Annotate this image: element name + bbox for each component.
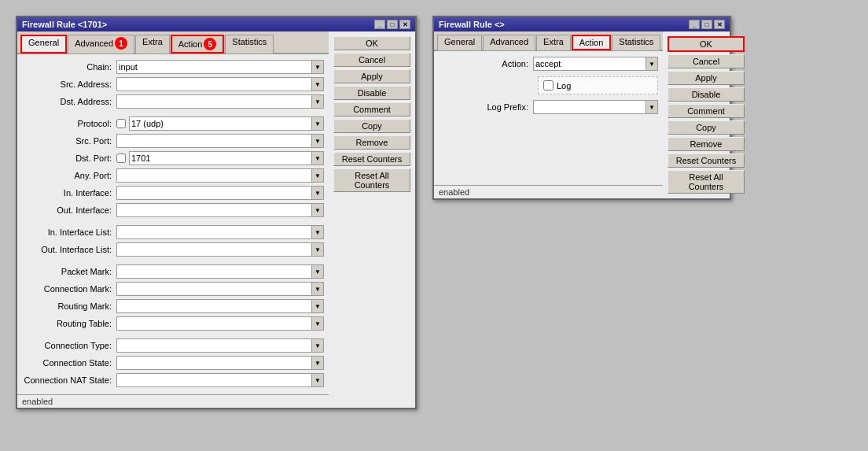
disable-button-1[interactable]: Disable xyxy=(333,86,410,100)
any-port-input[interactable] xyxy=(116,168,311,183)
minimize-btn-2[interactable]: _ xyxy=(689,20,700,29)
maximize-btn-2[interactable]: □ xyxy=(701,20,712,29)
remove-button-1[interactable]: Remove xyxy=(333,135,410,150)
apply-button-1[interactable]: Apply xyxy=(333,69,410,83)
src-address-dropdown-arrow[interactable]: ▼ xyxy=(311,77,324,91)
src-address-input-group: ▼ xyxy=(116,77,324,91)
protocol-input[interactable] xyxy=(129,116,311,131)
chain-dropdown-arrow[interactable]: ▼ xyxy=(311,60,324,74)
routing-table-input-group: ▼ xyxy=(116,316,324,331)
connection-type-dropdown-arrow[interactable]: ▼ xyxy=(311,338,324,353)
chain-input[interactable] xyxy=(116,60,311,74)
connection-nat-state-input-group: ▼ xyxy=(116,373,324,387)
routing-mark-dropdown-arrow[interactable]: ▼ xyxy=(311,299,324,313)
reset-all-counters-button-2[interactable]: Reset All Counters xyxy=(668,170,745,194)
log-prefix-input[interactable] xyxy=(533,100,645,114)
tab-advanced-1[interactable]: Advanced 1 xyxy=(68,35,134,54)
connection-mark-input[interactable] xyxy=(116,282,311,296)
ok-button-2[interactable]: OK xyxy=(668,36,745,52)
dst-port-dropdown-arrow[interactable]: ▼ xyxy=(311,151,324,165)
tab-extra-1[interactable]: Extra xyxy=(135,35,170,54)
copy-button-2[interactable]: Copy xyxy=(668,120,745,135)
cancel-button-1[interactable]: Cancel xyxy=(333,53,410,67)
window-content-2: General Advanced Extra Action Statistics xyxy=(434,31,730,198)
remove-button-2[interactable]: Remove xyxy=(668,137,745,151)
tab-statistics-1[interactable]: Statistics xyxy=(225,35,274,54)
connection-state-input-group: ▼ xyxy=(116,356,324,370)
disable-button-2[interactable]: Disable xyxy=(668,87,745,102)
tab-statistics-1-label: Statistics xyxy=(232,37,267,46)
connection-type-input[interactable] xyxy=(116,338,311,353)
maximize-btn-1[interactable]: □ xyxy=(387,20,398,29)
ok-button-1[interactable]: OK xyxy=(333,36,410,50)
in-interface-list-dropdown-arrow[interactable]: ▼ xyxy=(311,225,324,239)
tab-statistics-2-label: Statistics xyxy=(619,37,653,46)
out-interface-list-dropdown-arrow[interactable]: ▼ xyxy=(311,242,324,257)
minimize-btn-1[interactable]: _ xyxy=(374,20,385,29)
tabs-and-form-1: General Advanced 1 Extra Action 5 xyxy=(17,31,329,408)
tab-extra-2[interactable]: Extra xyxy=(536,35,571,50)
tab-statistics-2[interactable]: Statistics xyxy=(612,35,660,50)
connection-mark-dropdown-arrow[interactable]: ▼ xyxy=(311,282,324,296)
in-interface-dropdown-arrow[interactable]: ▼ xyxy=(311,186,324,200)
copy-button-1[interactable]: Copy xyxy=(333,119,410,133)
log-checkbox[interactable] xyxy=(543,80,554,91)
any-port-input-group: ▼ xyxy=(116,168,324,183)
packet-mark-dropdown-arrow[interactable]: ▼ xyxy=(311,264,324,279)
tab-bar-1: General Advanced 1 Extra Action 5 xyxy=(17,31,329,54)
in-interface-input[interactable] xyxy=(116,186,311,200)
log-prefix-dropdown-arrow[interactable]: ▼ xyxy=(645,100,658,114)
comment-button-1[interactable]: Comment xyxy=(333,102,410,116)
close-btn-2[interactable]: ✕ xyxy=(714,20,725,29)
connection-state-input[interactable] xyxy=(116,356,311,370)
dst-address-dropdown-arrow[interactable]: ▼ xyxy=(311,94,324,109)
routing-table-dropdown-arrow[interactable]: ▼ xyxy=(311,316,324,331)
cancel-button-2[interactable]: Cancel xyxy=(668,54,745,68)
tab-action-1[interactable]: Action 5 xyxy=(171,35,225,54)
dst-port-checkbox[interactable] xyxy=(116,153,126,163)
dst-address-input[interactable] xyxy=(116,94,311,109)
any-port-dropdown-arrow[interactable]: ▼ xyxy=(311,168,324,183)
action-dropdown-arrow[interactable]: ▼ xyxy=(645,57,658,71)
connection-state-label: Connection State: xyxy=(22,358,116,368)
protocol-row: Protocol: ▼ xyxy=(22,116,324,131)
routing-table-input[interactable] xyxy=(116,316,311,331)
protocol-dropdown-arrow[interactable]: ▼ xyxy=(311,116,324,131)
tab-advanced-1-label: Advanced xyxy=(75,39,113,48)
tab-extra-1-label: Extra xyxy=(142,37,163,46)
routing-mark-input[interactable] xyxy=(116,299,311,313)
src-address-input[interactable] xyxy=(116,77,311,91)
connection-nat-state-row: Connection NAT State: ▼ xyxy=(22,372,324,388)
tab-action-2[interactable]: Action xyxy=(572,35,612,50)
src-port-dropdown-arrow[interactable]: ▼ xyxy=(311,134,324,148)
out-interface-dropdown-arrow[interactable]: ▼ xyxy=(311,203,324,217)
reset-all-counters-button-1[interactable]: Reset All Counters xyxy=(333,168,410,192)
connection-state-dropdown-arrow[interactable]: ▼ xyxy=(311,356,324,370)
tab-general-2[interactable]: General xyxy=(437,35,482,50)
any-port-row: Any. Port: ▼ xyxy=(22,168,324,183)
reset-counters-button-1[interactable]: Reset Counters xyxy=(333,152,410,166)
out-interface-list-input[interactable] xyxy=(116,242,311,257)
tab-general-1[interactable]: General xyxy=(20,35,67,54)
out-interface-input[interactable] xyxy=(116,203,311,217)
connection-nat-state-dropdown-arrow[interactable]: ▼ xyxy=(311,373,324,387)
packet-mark-input[interactable] xyxy=(116,264,311,279)
src-address-label: Src. Address: xyxy=(22,79,116,89)
comment-button-2[interactable]: Comment xyxy=(668,104,745,118)
apply-button-2[interactable]: Apply xyxy=(668,71,745,85)
action-input[interactable] xyxy=(533,57,645,71)
connection-nat-state-input[interactable] xyxy=(116,373,311,387)
in-interface-list-input[interactable] xyxy=(116,225,311,239)
sidebar-buttons-1: OK Cancel Apply Disable Comment Copy Rem… xyxy=(329,31,415,408)
tab-advanced-2[interactable]: Advanced xyxy=(483,35,535,50)
chain-input-group: ▼ xyxy=(116,60,324,74)
src-port-input[interactable] xyxy=(116,134,311,148)
tab-extra-2-label: Extra xyxy=(543,37,564,46)
dst-port-input[interactable] xyxy=(129,151,311,165)
tabs-and-form-2: General Advanced Extra Action Statistics xyxy=(434,31,663,198)
reset-counters-button-2[interactable]: Reset Counters xyxy=(668,153,745,168)
dst-address-input-group: ▼ xyxy=(116,94,324,109)
src-port-label: Src. Port: xyxy=(22,136,116,146)
protocol-checkbox[interactable] xyxy=(116,119,126,128)
close-btn-1[interactable]: ✕ xyxy=(399,20,410,29)
